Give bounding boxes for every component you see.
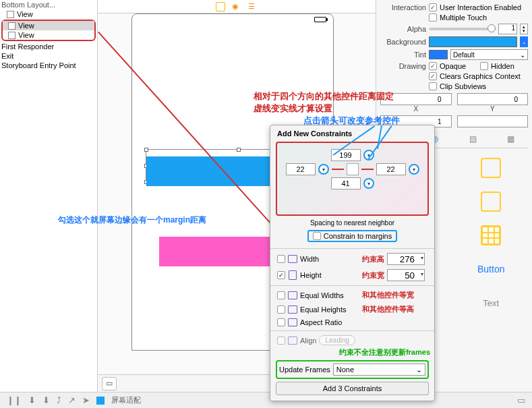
outline-first-responder[interactable]: First Responder bbox=[0, 42, 97, 51]
outline-item-view[interactable]: View bbox=[3, 30, 94, 40]
height-checkbox[interactable]: ✓ bbox=[277, 271, 285, 279]
top-spacing-input[interactable] bbox=[331, 149, 361, 161]
location-icon[interactable]: ➤ bbox=[82, 395, 90, 405]
blue-view[interactable] bbox=[146, 156, 274, 186]
tint-select[interactable]: Default⌄ bbox=[450, 49, 528, 60]
cube-icon[interactable]: ◉ bbox=[232, 2, 241, 11]
slider-knob[interactable] bbox=[487, 24, 496, 32]
lib-more[interactable] bbox=[457, 322, 526, 351]
view-icon bbox=[8, 32, 16, 39]
annotation-text: 约束高 bbox=[362, 254, 384, 264]
outline-selected-group: View View bbox=[1, 20, 96, 41]
tab-snippets[interactable]: ▤ bbox=[467, 133, 479, 145]
checkbox-label: User Interaction Enabled bbox=[440, 3, 521, 11]
download-icon[interactable]: ⬇ bbox=[28, 395, 36, 405]
field-label: Alpha bbox=[380, 25, 426, 33]
bottom-spacing-input[interactable] bbox=[331, 177, 361, 190]
device-status-bar bbox=[132, 14, 333, 25]
opaque-checkbox[interactable]: ✓ bbox=[429, 62, 437, 70]
right-spacing-input[interactable] bbox=[376, 163, 406, 175]
view-icon[interactable] bbox=[216, 2, 225, 11]
lib-grid[interactable] bbox=[457, 221, 526, 250]
lib-textfield[interactable]: Text bbox=[457, 289, 526, 317]
up-icon[interactable]: ⤴ bbox=[57, 395, 61, 405]
view-icon bbox=[8, 22, 16, 30]
resize-handle[interactable] bbox=[237, 148, 241, 152]
height-input[interactable] bbox=[387, 269, 425, 281]
arrow-icon[interactable]: ↗ bbox=[68, 395, 76, 405]
download-icon[interactable]: ⬇ bbox=[42, 395, 50, 405]
chevron-down-icon: ⌄ bbox=[416, 366, 422, 374]
field-label: Equal Widths bbox=[300, 291, 359, 299]
battery-icon bbox=[314, 17, 326, 22]
square-icon bbox=[481, 158, 501, 178]
field-label: Tint bbox=[380, 51, 426, 59]
equal-widths-icon bbox=[288, 291, 297, 299]
position-row: X Y bbox=[380, 93, 528, 113]
pink-view[interactable] bbox=[159, 237, 287, 266]
align-checkbox[interactable] bbox=[277, 337, 285, 345]
equal-widths-checkbox[interactable] bbox=[277, 291, 285, 299]
help-icon[interactable]: ☰ bbox=[248, 2, 258, 11]
field-label: Equal Heights bbox=[300, 305, 359, 314]
clip-checkbox[interactable] bbox=[429, 82, 437, 90]
outline-item[interactable]: Bottom Layout... bbox=[0, 0, 97, 9]
width-icon bbox=[288, 255, 297, 263]
lib-view[interactable] bbox=[457, 154, 526, 182]
pin-diagram: ▾ ▾ ▾ ▾ bbox=[276, 142, 429, 216]
margins-checkbox[interactable] bbox=[313, 232, 321, 240]
width-input[interactable] bbox=[387, 253, 425, 265]
alpha-stepper[interactable]: ▴▾ bbox=[520, 24, 528, 34]
aspect-ratio-checkbox[interactable] bbox=[277, 318, 285, 326]
annotation-text: 虚线变实线才算设置 bbox=[254, 103, 332, 115]
right-neighbor-dropdown[interactable]: ▾ bbox=[409, 164, 419, 175]
alpha-input[interactable]: 1 bbox=[498, 24, 517, 34]
outline-item-view[interactable]: View bbox=[3, 21, 94, 30]
bottom-neighbor-dropdown[interactable]: ▾ bbox=[363, 178, 374, 189]
uie-checkbox[interactable]: ✓ bbox=[429, 3, 437, 11]
update-frames-select[interactable]: None⌄ bbox=[333, 363, 425, 376]
h-input[interactable] bbox=[457, 115, 529, 127]
left-spacing-input[interactable] bbox=[286, 163, 316, 175]
background-dropdown[interactable]: ⌄ bbox=[520, 36, 528, 47]
lib-button[interactable]: Button bbox=[457, 255, 526, 283]
left-strut[interactable] bbox=[332, 169, 344, 170]
clears-checkbox[interactable]: ✓ bbox=[429, 72, 437, 80]
equal-heights-icon bbox=[288, 305, 297, 314]
equal-heights-checkbox[interactable] bbox=[277, 305, 285, 314]
add-constraints-button[interactable]: Add 3 Constraints bbox=[276, 382, 429, 395]
width-checkbox[interactable] bbox=[277, 255, 285, 263]
annotation-text: 和其他控件等高 bbox=[362, 304, 414, 314]
resize-handle[interactable] bbox=[144, 148, 148, 152]
right-strut[interactable] bbox=[361, 169, 374, 170]
spacing-label: Spacing to nearest neighbor bbox=[270, 217, 434, 229]
left-neighbor-dropdown[interactable]: ▾ bbox=[318, 164, 329, 175]
tint-color-well[interactable] bbox=[429, 50, 448, 59]
tab-media[interactable]: ▦ bbox=[505, 133, 517, 145]
inspector-toggle-icon[interactable]: ▭ bbox=[517, 395, 525, 405]
field-label: Update Frames bbox=[279, 366, 330, 374]
pause-icon[interactable]: ❙❙ bbox=[7, 395, 22, 405]
field-label: Interaction bbox=[380, 3, 426, 11]
outline-toggle-button[interactable]: ▭ bbox=[102, 377, 117, 390]
field-label: Aspect Ratio bbox=[300, 318, 359, 326]
hidden-checkbox[interactable] bbox=[480, 62, 488, 70]
outline-entry-point[interactable]: Storyboard Entry Point bbox=[0, 61, 97, 70]
select-value: Default bbox=[453, 51, 475, 59]
align-select[interactable]: Leading bbox=[319, 335, 355, 345]
chevron-down-icon: ⌄ bbox=[520, 51, 525, 59]
chevron-down-icon[interactable]: ▾ bbox=[421, 271, 423, 277]
outline-exit[interactable]: Exit bbox=[0, 51, 97, 61]
checkbox-label: Clip Subviews bbox=[440, 82, 486, 90]
tab-title[interactable]: 屏幕适配 bbox=[111, 395, 141, 405]
background-color-well[interactable] bbox=[429, 36, 517, 47]
y-input[interactable] bbox=[457, 93, 529, 105]
outline-item-view[interactable]: View bbox=[0, 9, 97, 19]
checkbox-label: Clears Graphics Context bbox=[440, 72, 521, 80]
chevron-down-icon[interactable]: ▾ bbox=[421, 255, 423, 261]
multitouch-checkbox[interactable] bbox=[429, 13, 437, 22]
lib-view2[interactable] bbox=[457, 187, 526, 216]
outline-label: View bbox=[17, 10, 33, 18]
alpha-slider[interactable] bbox=[429, 28, 496, 30]
color-chip[interactable] bbox=[96, 397, 105, 405]
